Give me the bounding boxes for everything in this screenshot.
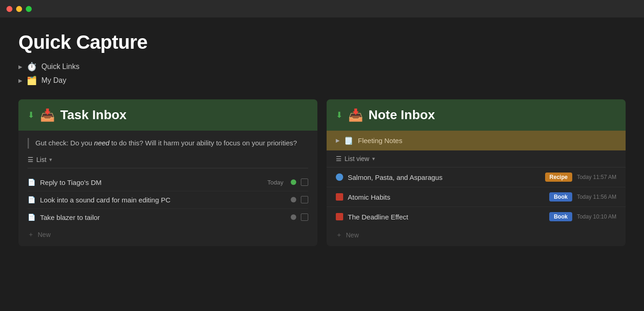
note-red-square-icon [336,213,343,220]
note-label: The Deadline Effect [348,213,545,221]
note-tag-badge: Book [549,212,572,221]
note-add-icon: ＋ [336,231,342,239]
note-inbox-icon: 📥 [348,108,363,122]
note-tag-badge: Recipe [545,173,572,182]
note-inbox-panel: ⬇ 📥 Note Inbox ▶ 🗒️ Fleeting Notes ☰ Lis… [327,99,626,246]
nav-arrow-my-day: ▶ [18,78,22,84]
note-red-square-icon [336,193,343,201]
note-bowl-icon [336,173,343,181]
task-inbox-icon: 📥 [40,108,55,122]
quote-suffix: to do this? Will it harm your ability to… [109,139,297,147]
note-label: Salmon, Pasta, and Asparagus [348,173,540,181]
quick-links-icon: ⏱️ [27,62,37,72]
note-row: The Deadline Effect Book Today 10:10 AM [327,207,626,226]
task-view-selector[interactable]: ☰ List ▾ [28,156,308,168]
task-inbox-content: Gut check: Do you need to do this? Will … [18,131,317,246]
note-list-chevron-icon: ▾ [372,156,375,162]
nav-item-my-day[interactable]: ▶ 🗂️ My Day [18,75,626,86]
quote-italic: need [94,139,109,147]
close-button[interactable] [6,6,12,12]
task-doc-icon: 📄 [28,179,35,186]
task-view-label: List [36,156,46,163]
nav-item-quick-links[interactable]: ▶ ⏱️ Quick Links [18,62,626,72]
note-time: Today 11:57 AM [577,174,616,180]
note-tag-badge: Book [549,192,572,202]
task-row: 📄 Reply to Tiago's DM Today [28,174,308,191]
titlebar [0,0,644,17]
my-day-icon: 🗂️ [27,75,37,86]
nav-items: ▶ ⏱️ Quick Links ▶ 🗂️ My Day [18,62,626,86]
note-list-view-selector[interactable]: ☰ List view ▾ [327,150,626,167]
task-add-label: New [38,231,51,238]
task-date: Today [267,179,283,186]
task-label: Reply to Tiago's DM [40,179,263,186]
note-add-new-button[interactable]: ＋ New [327,226,626,244]
fleeting-notes-label: Fleeting Notes [358,137,402,144]
maximize-button[interactable] [26,6,32,12]
note-list-view-label: List view [345,155,369,162]
note-label: Atomic Habits [348,193,545,201]
task-checkbox[interactable] [301,196,308,203]
task-status-dot [291,197,296,202]
columns: ⬇ 📥 Task Inbox Gut check: Do you need to… [18,99,626,246]
note-add-label: New [346,231,359,239]
nav-label-my-day: My Day [41,76,66,85]
task-list: 📄 Reply to Tiago's DM Today 📄 Look into … [28,174,308,226]
task-label: Take blazer to tailor [40,213,279,221]
note-row: Atomic Habits Book Today 11:56 AM [327,187,626,207]
task-row: 📄 Look into a sound card for main editin… [28,191,308,209]
note-time: Today 11:56 AM [577,194,616,200]
task-label: Look into a sound card for main editing … [40,196,279,204]
focus-quote: Gut check: Do you need to do this? Will … [28,138,308,149]
task-row: 📄 Take blazer to tailor [28,209,308,226]
task-status-dot [291,179,296,185]
fleeting-notes-arrow-icon: ▶ [336,138,339,144]
note-inbox-header: ⬇ 📥 Note Inbox [327,99,626,131]
fleeting-notes-row[interactable]: ▶ 🗒️ Fleeting Notes [327,131,626,150]
task-inbox-header: ⬇ 📥 Task Inbox [18,99,317,131]
task-checkbox[interactable] [301,213,308,221]
app-title: Quick Capture [18,31,626,53]
task-inbox-arrow-icon: ⬇ [28,110,34,120]
fleeting-notes-icon: 🗒️ [344,136,353,145]
main-content: Quick Capture ▶ ⏱️ Quick Links ▶ 🗂️ My D… [0,17,644,311]
task-checkbox[interactable] [301,179,308,186]
task-doc-icon: 📄 [28,213,35,221]
note-inbox-content: ▶ 🗒️ Fleeting Notes ☰ List view ▾ Salmon… [327,131,626,244]
task-add-icon: ＋ [28,230,34,239]
note-inbox-arrow-icon: ⬇ [336,110,343,120]
task-inbox-panel: ⬇ 📥 Task Inbox Gut check: Do you need to… [18,99,317,246]
nav-label-quick-links: Quick Links [41,63,80,71]
list-view-icon: ☰ [28,156,34,163]
task-status-dot [291,214,296,220]
minimize-button[interactable] [16,6,22,12]
task-doc-icon: 📄 [28,196,35,203]
note-list-icon: ☰ [336,155,342,162]
note-row: Salmon, Pasta, and Asparagus Recipe Toda… [327,167,626,187]
task-inbox-title: Task Inbox [60,108,126,122]
task-view-chevron-icon: ▾ [49,156,52,163]
note-time: Today 10:10 AM [577,213,616,220]
quote-prefix: Gut check: Do you [35,139,94,147]
task-add-new-button[interactable]: ＋ New [28,226,308,239]
note-inbox-title: Note Inbox [368,108,435,122]
nav-arrow-quick-links: ▶ [18,64,22,70]
note-list: Salmon, Pasta, and Asparagus Recipe Toda… [327,167,626,226]
